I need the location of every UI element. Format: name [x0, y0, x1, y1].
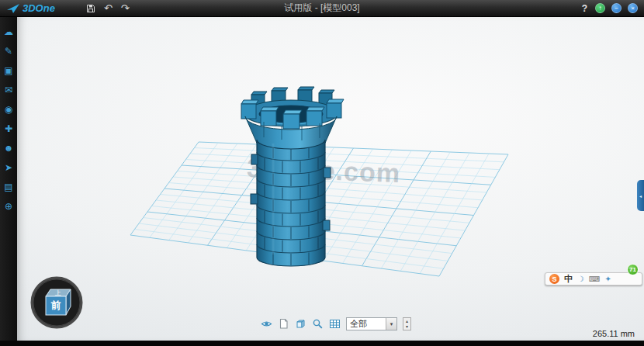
- right-panel-handle[interactable]: ◂: [637, 180, 644, 211]
- save-button[interactable]: [86, 4, 95, 13]
- spin-down-icon[interactable]: ▾: [403, 324, 410, 330]
- quick-toolbar: ↶ ↷: [86, 3, 130, 13]
- 3done-app-window: 3DOne.com: [0, 0, 644, 346]
- medal-icon[interactable]: ◉: [0, 99, 17, 119]
- user-icon[interactable]: ☻: [0, 138, 17, 157]
- minimize-button[interactable]: −: [611, 3, 621, 13]
- logo-icon: [6, 3, 20, 14]
- document-icon[interactable]: [278, 318, 289, 330]
- mail-icon[interactable]: ✉: [0, 80, 17, 99]
- spin-up-icon[interactable]: ▴: [403, 318, 410, 324]
- viewcube-top-label: 上: [54, 289, 61, 296]
- zoom-icon[interactable]: [312, 318, 324, 330]
- ime-toolbox-icon[interactable]: ✦: [604, 275, 611, 283]
- undo-button[interactable]: ↶: [104, 3, 113, 13]
- viewcube-front-label: 前: [51, 299, 61, 311]
- logo-text: 3DOne: [23, 2, 55, 14]
- close-button[interactable]: ×: [628, 3, 638, 13]
- filter-value: 全部: [347, 318, 386, 330]
- filter-dropdown[interactable]: 全部 ▾: [346, 317, 397, 330]
- move-icon[interactable]: ✚: [0, 119, 17, 138]
- solid-box-icon[interactable]: [295, 318, 306, 330]
- ime-toolbar: S 中 ☽ ⌨ ✦: [545, 272, 642, 285]
- help-button[interactable]: ?: [580, 3, 589, 14]
- measurement-readout: 265.11 mm: [593, 329, 635, 338]
- left-tool-strip: ☁ ✎ ▣ ✉ ◉ ✚ ☻ ➤ ▤ ⊕: [0, 17, 17, 341]
- sogou-logo-icon[interactable]: S: [549, 274, 559, 284]
- notification-badge[interactable]: 71: [627, 264, 639, 275]
- brush-icon[interactable]: ✎: [0, 41, 17, 61]
- bottom-status-strip: [0, 341, 644, 346]
- app-menu-logo[interactable]: 3DOne: [6, 2, 55, 14]
- view-navigator[interactable]: 上 前: [29, 275, 84, 330]
- night-mode-icon[interactable]: ☽: [577, 275, 584, 283]
- dropdown-arrow-icon[interactable]: ▾: [386, 318, 396, 330]
- visibility-eye-icon[interactable]: [261, 318, 272, 330]
- viewport-3d[interactable]: 3DOne.com: [0, 0, 644, 346]
- cloud-icon[interactable]: ☁: [0, 22, 17, 41]
- grid-table-icon[interactable]: [329, 318, 341, 330]
- panel-icon[interactable]: ▤: [0, 177, 17, 196]
- list-scroll-spinner[interactable]: ▴ ▾: [403, 317, 411, 330]
- redo-button[interactable]: ↷: [121, 3, 130, 13]
- window-controls: ? ↑ − ×: [580, 3, 638, 14]
- upgrade-button[interactable]: ↑: [595, 3, 605, 13]
- web-icon[interactable]: ⊕: [0, 196, 17, 216]
- library-icon[interactable]: ▣: [0, 61, 17, 80]
- save-icon: [86, 4, 95, 13]
- display-toolbar: 全部 ▾ ▴ ▾: [261, 317, 411, 330]
- soft-keyboard-icon[interactable]: ⌨: [589, 275, 600, 283]
- titlebar: 3DOne ↶ ↷ 试用版 - [模型003] ? ↑ − ×: [0, 0, 644, 17]
- bird-icon[interactable]: ➤: [0, 157, 17, 177]
- ime-mode-toggle[interactable]: 中: [564, 273, 573, 285]
